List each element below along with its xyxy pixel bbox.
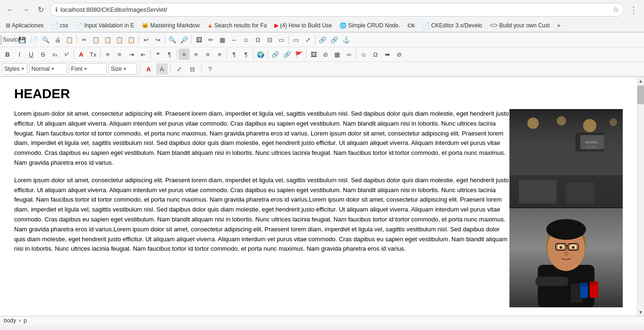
image-button[interactable]: 🖼 <box>193 34 204 45</box>
address-input[interactable] <box>60 6 610 13</box>
directionrtl-button[interactable]: ¶ <box>240 49 252 60</box>
superscript-button[interactable]: x² <box>61 49 72 60</box>
templates-button[interactable]: 📋 <box>64 34 75 45</box>
back-button[interactable]: ← <box>4 3 17 17</box>
showblocks-button[interactable]: ▭ <box>290 34 302 45</box>
special-char-btn2[interactable]: Ω <box>370 49 381 60</box>
bookmark-mastering[interactable]: 🐱 Mastering Markdow <box>140 21 202 30</box>
image-btn2[interactable]: 🖼 <box>308 49 319 60</box>
language-button[interactable]: 🌍 <box>255 49 266 60</box>
hline-btn2[interactable]: ═ <box>343 49 355 60</box>
numberedlist-button[interactable]: ≡ <box>102 49 113 60</box>
replace-button[interactable]: 🔎 <box>178 34 190 45</box>
unlink-button[interactable]: 🔗 <box>329 34 340 45</box>
align-right-button[interactable]: ≡ <box>202 49 213 60</box>
flash-btn2[interactable]: ⊘ <box>320 49 331 60</box>
smiley-button[interactable]: ☺ <box>240 34 252 45</box>
source-button[interactable]: ⊞ Source <box>2 34 13 45</box>
iframe-btn2[interactable]: ⊘ <box>393 49 405 60</box>
new-doc-button[interactable]: 📄 <box>28 34 40 45</box>
textcolor-button[interactable]: A <box>76 49 87 60</box>
bookmark-input-validation[interactable]: 📄 Input Validation in E <box>74 21 136 30</box>
styles-arrow: ▼ <box>21 67 25 71</box>
showblocks-btn2[interactable]: ⊟ <box>187 63 198 75</box>
bgcolor-btn[interactable]: A <box>156 63 168 75</box>
align-center-button[interactable]: ≡ <box>190 49 202 60</box>
forward-button[interactable]: → <box>19 3 32 17</box>
maximize-btn2[interactable]: ⤢ <box>174 63 185 75</box>
bookmark-ckeditor[interactable]: 📄 CKEditor 3.x/Develo <box>421 21 484 30</box>
underline-button[interactable]: U <box>25 49 37 60</box>
anchor-button[interactable]: ⚓ <box>340 34 352 45</box>
editor-body[interactable]: HEADER Lorem ipsum dolor sit amet, conse… <box>0 77 637 316</box>
align-left-button[interactable]: ≡ <box>178 49 190 60</box>
svg-rect-32 <box>590 281 598 285</box>
smiley-btn2[interactable]: ☺ <box>358 49 369 60</box>
svg-point-5 <box>610 118 617 126</box>
help-button[interactable]: ? <box>204 63 216 75</box>
address-bar-container[interactable]: ℹ ☆ <box>50 3 624 17</box>
separator15 <box>306 50 306 59</box>
cut-button[interactable]: ✂ <box>78 34 90 45</box>
bookmark-search[interactable]: ▲ Search results for Fa <box>205 21 269 30</box>
format-dropdown[interactable]: Normal ▼ <box>29 63 67 75</box>
anchor-btn2[interactable]: 🚩 <box>293 49 305 60</box>
bookmark-apps[interactable]: ⊞ Aplicaciones <box>4 21 45 30</box>
reload-button[interactable]: ↻ <box>34 3 47 17</box>
paste-word-button[interactable]: 📋 <box>126 34 137 45</box>
bookmark-ck[interactable]: CK <box>406 22 417 29</box>
bookmark-more[interactable]: » <box>555 21 562 30</box>
table-btn2[interactable]: ▦ <box>331 49 343 60</box>
copy-button[interactable]: 📋 <box>90 34 102 45</box>
bookmark-build[interactable]: </> Build your own Cust <box>488 21 551 30</box>
bookmark-crud[interactable]: 🌐 Simple CRUD Node. <box>338 21 402 30</box>
special-char-button[interactable]: Ω <box>252 34 263 45</box>
scroll-up-button[interactable]: ▲ <box>637 77 644 85</box>
editor-image[interactable]: AMBRC OTOW <box>509 109 623 307</box>
svg-rect-11 <box>519 180 557 203</box>
preview-button[interactable]: 🔍 <box>40 34 51 45</box>
print-button[interactable]: 🖨 <box>52 34 63 45</box>
scroll-down-button[interactable]: ▼ <box>637 308 644 316</box>
redo-button[interactable]: ↪ <box>152 34 163 45</box>
pagebreak-btn2[interactable]: ➡ <box>381 49 393 60</box>
pagebreak-button[interactable]: ⊟ <box>264 34 275 45</box>
unlink-btn2[interactable]: 🔗 <box>281 49 293 60</box>
fontcolor-btn[interactable]: A <box>143 63 154 75</box>
subscript-button[interactable]: x₂ <box>49 49 60 60</box>
font-dropdown[interactable]: Font ▼ <box>69 63 107 75</box>
hline-button[interactable]: ─ <box>229 34 240 45</box>
styles-dropdown[interactable]: Styles ▼ <box>2 63 27 75</box>
bookmark-youtube[interactable]: ▶ (4) How to Build Use <box>272 21 334 30</box>
paste-text-button[interactable]: 📋 <box>114 34 125 45</box>
blockquote-button[interactable]: ❝ <box>152 49 163 60</box>
separator8 <box>74 50 74 59</box>
table-button[interactable]: ▦ <box>217 34 228 45</box>
link-btn2[interactable]: 🔗 <box>270 49 281 60</box>
bold-button[interactable]: B <box>2 49 13 60</box>
div-button[interactable]: ¶ <box>164 49 175 60</box>
separator13 <box>253 50 254 59</box>
outdent-button[interactable]: ⇤ <box>137 49 149 60</box>
star-icon[interactable]: ☆ <box>612 5 619 14</box>
bulletedlist-button[interactable]: ≡ <box>114 49 125 60</box>
italic-button[interactable]: I <box>14 49 25 60</box>
strikethrough-button[interactable]: S <box>37 49 49 60</box>
iframe-button[interactable]: ▭ <box>276 34 287 45</box>
bookmark-css[interactable]: 📄 css <box>49 21 70 30</box>
link-button[interactable]: 🔗 <box>317 34 328 45</box>
directionltr-button[interactable]: ¶ <box>229 49 240 60</box>
scrollbar-thumb[interactable] <box>637 85 644 104</box>
removeformat-button[interactable]: Tx <box>87 49 99 60</box>
menu-icon[interactable]: ⋮ <box>627 3 640 17</box>
editor-scrollbar[interactable]: ▲ ▼ <box>637 77 644 316</box>
indent-button[interactable]: ⇥ <box>126 49 137 60</box>
maximize-button[interactable]: ⤢ <box>302 34 314 45</box>
size-dropdown[interactable]: Size ▼ <box>109 63 137 75</box>
align-justify-button[interactable]: ≡ <box>214 49 225 60</box>
save-button[interactable]: 💾 <box>17 34 28 45</box>
paste-button[interactable]: 📋 <box>102 34 113 45</box>
undo-button[interactable]: ↩ <box>140 34 152 45</box>
find-button[interactable]: 🔍 <box>167 34 178 45</box>
flash-button[interactable]: ✏ <box>205 34 216 45</box>
